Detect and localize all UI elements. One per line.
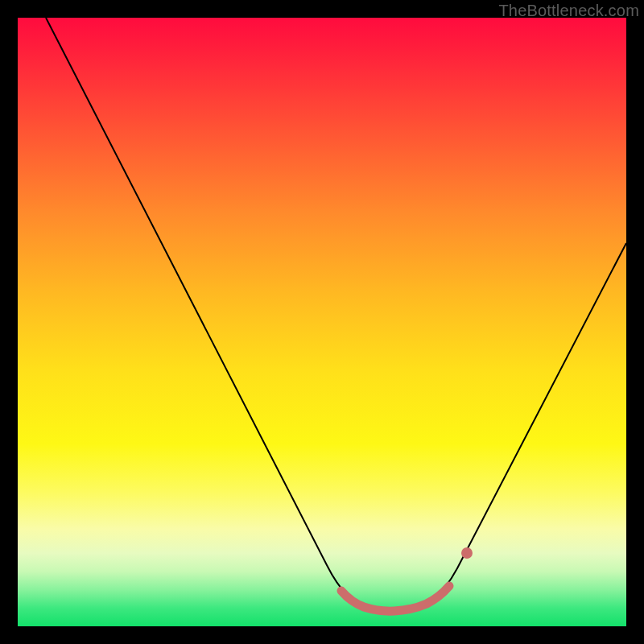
bottleneck-curve-line	[46, 18, 626, 610]
marker-dot	[461, 547, 473, 559]
bottleneck-curve-svg	[18, 18, 626, 626]
optimal-range-highlight	[341, 586, 449, 611]
chart-plot-area	[18, 18, 626, 626]
watermark-text: TheBottleneck.com	[498, 2, 639, 20]
